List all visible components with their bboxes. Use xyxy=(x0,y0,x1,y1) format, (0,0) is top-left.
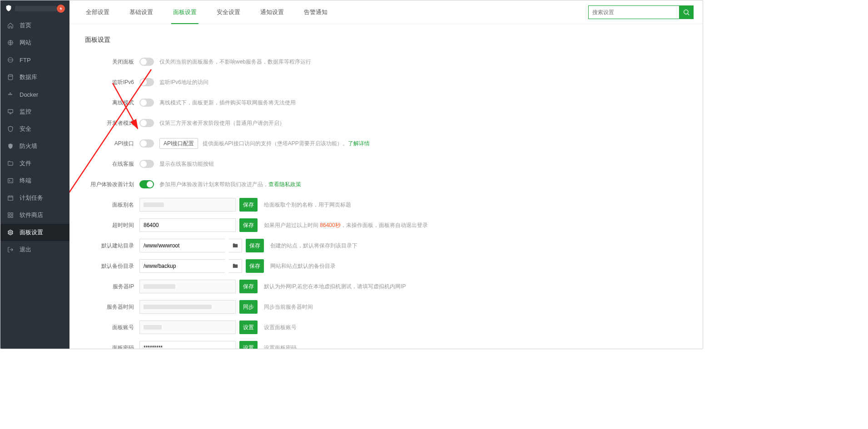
svg-rect-10 xyxy=(8,213,10,215)
toggle-offline[interactable] xyxy=(139,99,154,107)
timeout-save-button[interactable]: 保存 xyxy=(239,218,258,232)
calendar-icon xyxy=(7,194,14,202)
row-desc: 创建的站点，默认将保存到该目录下 xyxy=(270,242,357,250)
sidebar-item-home[interactable]: 首页 xyxy=(0,17,69,34)
sidebar-item-docker[interactable]: Docker xyxy=(0,86,69,103)
logout-icon xyxy=(7,246,14,253)
servertime-value xyxy=(139,300,236,314)
api-link[interactable]: 了解详情 xyxy=(348,140,370,147)
sidebar-item-firewall[interactable]: 防火墙 xyxy=(0,138,69,155)
folder-icon xyxy=(7,160,14,167)
paneluser-set-button[interactable]: 设置 xyxy=(239,321,258,334)
sidebar-item-monitor[interactable]: 监控 xyxy=(0,103,69,120)
backupdir-save-button[interactable]: 保存 xyxy=(246,259,264,273)
sidebar-item-label: 终端 xyxy=(20,177,31,185)
panelpwd-set-button[interactable]: 设置 xyxy=(239,341,258,349)
tab-notify[interactable]: 通知设置 xyxy=(253,0,291,24)
sidebar-item-label: 监控 xyxy=(20,108,31,116)
svg-rect-11 xyxy=(11,213,13,215)
serverip-save-button[interactable]: 保存 xyxy=(239,280,258,293)
svg-rect-8 xyxy=(8,178,13,182)
sidebar-item-label: 退出 xyxy=(20,246,31,254)
sidebar-item-panel-settings[interactable]: 面板设置 xyxy=(0,224,69,241)
sidebar-item-label: 防火墙 xyxy=(20,142,37,150)
content: 面板设置 关闭面板 仅关闭当前的面板服务，不影响web服务器，数据库等程序运行 … xyxy=(69,24,703,349)
row-label: 服务器IP xyxy=(85,283,139,291)
servertime-sync-button[interactable]: 同步 xyxy=(239,300,258,314)
row-desc: 默认为外网IP,若您在本地虚拟机测试，请填写虚拟机内网IP xyxy=(264,283,406,291)
tab-alert[interactable]: 告警通知 xyxy=(297,0,335,24)
svg-rect-7 xyxy=(8,109,13,113)
folder-icon xyxy=(232,242,238,249)
sitedir-browse-button[interactable] xyxy=(228,239,242,252)
backupdir-input[interactable] xyxy=(139,259,225,273)
panelpwd-input[interactable] xyxy=(139,341,236,349)
row-label: 离线模式 xyxy=(85,99,139,107)
privacy-link[interactable]: 查看隐私政策 xyxy=(268,181,301,187)
sidebar: 首页 网站 FTP 数据库 Docker 监控 安全 防火墙 文件 终端 计划任… xyxy=(0,0,69,349)
paneluser-input[interactable] xyxy=(139,321,236,334)
timeout-input[interactable] xyxy=(139,218,236,232)
sidebar-item-label: FTP xyxy=(20,57,31,64)
alias-save-button[interactable]: 保存 xyxy=(239,198,258,212)
row-desc: 设置面板账号 xyxy=(264,324,297,331)
api-config-button[interactable]: API接口配置 xyxy=(159,138,198,149)
toggle-dev[interactable] xyxy=(139,119,154,127)
toggle-cs[interactable] xyxy=(139,160,154,168)
sidebar-item-site[interactable]: 网站 xyxy=(0,34,69,51)
sidebar-item-security[interactable]: 安全 xyxy=(0,120,69,138)
row-label: 开发者模式 xyxy=(85,119,139,127)
row-label: API接口 xyxy=(85,140,139,148)
svg-rect-12 xyxy=(8,216,10,217)
toggle-ipv6[interactable] xyxy=(139,78,154,86)
logo-text-placeholder xyxy=(15,6,57,11)
sidebar-item-ftp[interactable]: FTP xyxy=(0,51,69,69)
sidebar-item-terminal[interactable]: 终端 xyxy=(0,172,69,189)
row-label: 面板账号 xyxy=(85,324,139,331)
sidebar-item-cron[interactable]: 计划任务 xyxy=(0,189,69,207)
sitedir-input[interactable] xyxy=(139,239,225,252)
row-label: 监听IPv6 xyxy=(85,79,139,86)
row-desc: 监听IPv6地址的访问 xyxy=(159,79,208,86)
docker-icon xyxy=(7,91,14,98)
search-button[interactable] xyxy=(679,5,694,19)
svg-rect-4 xyxy=(10,94,10,95)
tab-all[interactable]: 全部设置 xyxy=(79,0,117,24)
svg-point-15 xyxy=(684,10,688,14)
search-input[interactable] xyxy=(588,5,679,19)
svg-point-2 xyxy=(8,74,12,76)
sidebar-item-label: 网站 xyxy=(20,39,31,47)
row-label: 关闭面板 xyxy=(85,58,139,66)
tab-security[interactable]: 安全设置 xyxy=(209,0,248,24)
sidebar-item-logout[interactable]: 退出 xyxy=(0,241,69,258)
tab-panel[interactable]: 面板设置 xyxy=(166,0,204,24)
logo-badge[interactable] xyxy=(57,5,65,13)
ftp-icon xyxy=(7,56,14,64)
tab-basic[interactable]: 基础设置 xyxy=(122,0,160,24)
sidebar-item-database[interactable]: 数据库 xyxy=(0,69,69,86)
section-title: 面板设置 xyxy=(85,36,687,44)
alias-input[interactable] xyxy=(139,198,236,212)
sidebar-item-files[interactable]: 文件 xyxy=(0,155,69,172)
svg-rect-5 xyxy=(11,94,12,95)
main: 全部设置 基础设置 面板设置 安全设置 通知设置 告警通知 面板设置 关闭面板 … xyxy=(69,0,703,349)
sidebar-item-label: 面板设置 xyxy=(20,228,43,237)
row-desc: 网站和站点默认的备份目录 xyxy=(270,262,336,270)
search-icon xyxy=(683,9,690,16)
folder-icon xyxy=(232,263,238,269)
toggle-ux[interactable] xyxy=(139,180,154,188)
svg-rect-9 xyxy=(8,196,13,200)
toggle-close-panel[interactable] xyxy=(139,58,154,66)
serverip-input[interactable] xyxy=(139,280,236,293)
sidebar-item-label: 安全 xyxy=(20,125,31,133)
sidebar-item-label: 数据库 xyxy=(20,73,37,81)
sitedir-save-button[interactable]: 保存 xyxy=(246,239,264,252)
terminal-icon xyxy=(7,177,14,184)
toggle-api[interactable] xyxy=(139,139,154,148)
sidebar-item-store[interactable]: 软件商店 xyxy=(0,207,69,224)
backupdir-browse-button[interactable] xyxy=(228,259,242,273)
tabs-row: 全部设置 基础设置 面板设置 安全设置 通知设置 告警通知 xyxy=(69,0,703,24)
sidebar-item-label: 计划任务 xyxy=(20,194,43,202)
gear-icon xyxy=(7,229,14,236)
logo-icon xyxy=(5,5,12,13)
